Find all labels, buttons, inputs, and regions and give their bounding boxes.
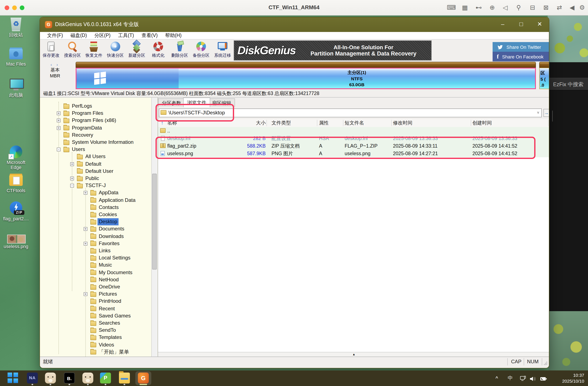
- collapse-minus-icon[interactable]: -: [57, 148, 61, 151]
- toolbar-recover-button[interactable]: 恢复文件: [84, 40, 104, 61]
- path-go-button[interactable]: →: [544, 109, 549, 117]
- resize-grip[interactable]: [544, 362, 547, 365]
- ezfix-search-item[interactable]: EzFix 中搜索: [549, 78, 588, 90]
- expand-plus-icon[interactable]: +: [57, 126, 61, 130]
- column-header[interactable]: 文件类型: [272, 119, 316, 127]
- expand-plus-icon[interactable]: +: [84, 227, 87, 231]
- cpu-chip-icon[interactable]: ▦: [460, 0, 470, 15]
- toolbar-save-button[interactable]: 保存更改: [41, 40, 61, 61]
- path-input[interactable]: \Users\TSCTF-J\Desktop ˅: [159, 108, 542, 117]
- toolbar-backup-button[interactable]: 备份分区: [191, 40, 211, 61]
- microphone-icon[interactable]: ⚲: [514, 0, 524, 15]
- minimize-button[interactable]: –: [493, 17, 512, 32]
- desktop-icon-macfolder[interactable]: Mac Files: [1, 46, 31, 66]
- sort-up-icon[interactable]: ↑: [161, 120, 164, 126]
- tab-browse-files[interactable]: 浏览文件: [183, 98, 210, 107]
- tray-expand-button[interactable]: ^: [493, 370, 500, 386]
- maximize-button[interactable]: □: [512, 17, 530, 32]
- zip-badge: ZIP: [14, 210, 25, 215]
- menu-V[interactable]: 查看(V): [138, 32, 161, 39]
- collapse-strip[interactable]: ▲: [158, 352, 549, 357]
- disk-prev-next-arrows[interactable]: ‹ ›: [44, 62, 66, 67]
- toolbar-migrate-button[interactable]: 系统迁移: [212, 40, 233, 61]
- menu-D[interactable]: 磁盘(D): [67, 32, 91, 39]
- ime-indicator[interactable]: 中: [507, 370, 514, 386]
- taskbar-start-button[interactable]: [8, 373, 19, 384]
- expand-plus-icon[interactable]: +: [70, 162, 74, 166]
- desktop-icon-thispc[interactable]: 此电脑: [1, 77, 31, 98]
- menu-F[interactable]: 文件(F): [43, 32, 67, 39]
- toolbar-newpart-button[interactable]: 新建分区: [126, 40, 147, 61]
- expand-plus-icon[interactable]: +: [57, 111, 61, 115]
- close-button[interactable]: ✕: [530, 17, 549, 32]
- taskbar-app-p[interactable]: P: [100, 373, 111, 384]
- taskbar-file-explorer[interactable]: [119, 373, 130, 384]
- desktop-icon-edge[interactable]: Microsoft Edge: [1, 145, 31, 170]
- format-icon: [153, 41, 164, 52]
- shared-folder-icon[interactable]: ⇄: [554, 0, 565, 15]
- menu-H[interactable]: 帮助(H): [161, 32, 185, 39]
- expand-plus-icon[interactable]: +: [84, 292, 87, 296]
- tree-scrollbar-thumb[interactable]: [152, 174, 157, 270]
- network-icon[interactable]: [520, 370, 526, 386]
- file-row[interactable]: flag_part2.zip588.2KBZIP 压缩文档AFLAG_P~1.Z…: [158, 142, 549, 150]
- usb-device-icon[interactable]: ⊷: [474, 0, 484, 15]
- taskbar-app-b[interactable]: B.: [64, 373, 75, 384]
- network-globe-icon[interactable]: ⊕: [487, 0, 497, 15]
- desktop-icon-folder[interactable]: CTFtools: [1, 173, 31, 193]
- window-titlebar[interactable]: G DiskGenius V6.0.0.1631 x64 专业版 – □ ✕: [40, 17, 549, 32]
- desktop-icon-zip[interactable]: ZIPflag_part2....: [1, 201, 31, 221]
- chevron-down-icon[interactable]: ˅: [537, 109, 539, 117]
- tab-partition-params[interactable]: 分区参数: [158, 98, 185, 107]
- toolbar-format-button[interactable]: 格式化: [148, 40, 168, 61]
- toolbar-label: 保存更改: [41, 53, 61, 59]
- hard-disk-icon[interactable]: ⊟: [527, 0, 538, 15]
- desktop-icon-recycle[interactable]: 回收站: [1, 17, 31, 37]
- menu-P[interactable]: 分区(P): [91, 32, 114, 39]
- column-header[interactable]: 短文件名: [345, 119, 392, 127]
- share-on-facebook-button[interactable]: f Share On Facebook: [493, 52, 549, 61]
- settings-gear-icon[interactable]: ⚙: [577, 0, 587, 15]
- speaker-icon[interactable]: ◁: [500, 0, 510, 15]
- expand-plus-icon[interactable]: +: [84, 242, 87, 246]
- file-row[interactable]: desktop.ini282 B配置设置HSAdesktop.ini2025-0…: [158, 134, 549, 142]
- column-header[interactable]: 修改时间: [393, 119, 471, 127]
- toolbar-delete-button[interactable]: 删除分区: [169, 40, 190, 61]
- tree-scrollbar[interactable]: [151, 98, 157, 357]
- file-row[interactable]: ..: [158, 127, 549, 134]
- expand-plus-icon[interactable]: +: [70, 177, 74, 180]
- back-icon[interactable]: ◀: [567, 0, 577, 15]
- expand-plus-icon[interactable]: +: [84, 191, 87, 195]
- column-header[interactable]: 属性: [319, 119, 342, 127]
- collapse-minus-icon[interactable]: -: [70, 184, 74, 188]
- column-header[interactable]: 名称: [167, 119, 234, 127]
- taskbar-app-sheep-1[interactable]: [45, 373, 56, 384]
- column-header[interactable]: 创建时间: [472, 119, 549, 127]
- partition-esp-block-clipped[interactable]: 区 5 ( .0: [539, 68, 549, 89]
- keyboard-icon[interactable]: ⌨: [446, 0, 457, 15]
- battery-icon[interactable]: [540, 370, 547, 386]
- file-row[interactable]: useless.png587.9KBPNG 图片Auseless.png2025…: [158, 150, 549, 157]
- taskbar-diskgenius[interactable]: G: [138, 373, 149, 384]
- column-header[interactable]: 大小: [234, 119, 266, 127]
- tree-item-label: Templates: [98, 334, 123, 341]
- toolbar-quick-button[interactable]: 快速分区: [105, 40, 126, 61]
- expand-plus-icon[interactable]: +: [57, 119, 61, 123]
- menu-T[interactable]: 工具(T): [114, 32, 138, 39]
- partition-ntfs-block[interactable]: 主分区(1) NTFS 63.0GB: [76, 68, 536, 89]
- tab-sector-edit[interactable]: 扇区编辑: [208, 98, 235, 107]
- taskbar-app-sheep-2[interactable]: [82, 373, 93, 384]
- file-browser-panel: 分区参数浏览文件扇区编辑 \Users\TSCTF-J\Desktop ˅ → …: [158, 98, 549, 357]
- share-on-twitter-button[interactable]: Share On Twitter: [493, 42, 549, 52]
- desktop-icon-image[interactable]: useless.png: [1, 235, 31, 249]
- taskbar-app-na[interactable]: NA: [27, 373, 38, 384]
- camera-off-icon[interactable]: ⊠: [541, 0, 551, 15]
- file-cell-mtime: 2025-08-09 14:27:21: [393, 150, 471, 157]
- column-separator: [343, 120, 343, 126]
- file-cell-short: useless.png: [345, 150, 392, 157]
- taskbar-clock[interactable]: 10:37 2025/10/10: [562, 373, 584, 384]
- toolbar-label: 格式化: [148, 53, 168, 59]
- caret-line: [552, 111, 553, 122]
- volume-icon[interactable]: [529, 370, 536, 386]
- toolbar-search-button[interactable]: 搜索分区: [62, 40, 83, 61]
